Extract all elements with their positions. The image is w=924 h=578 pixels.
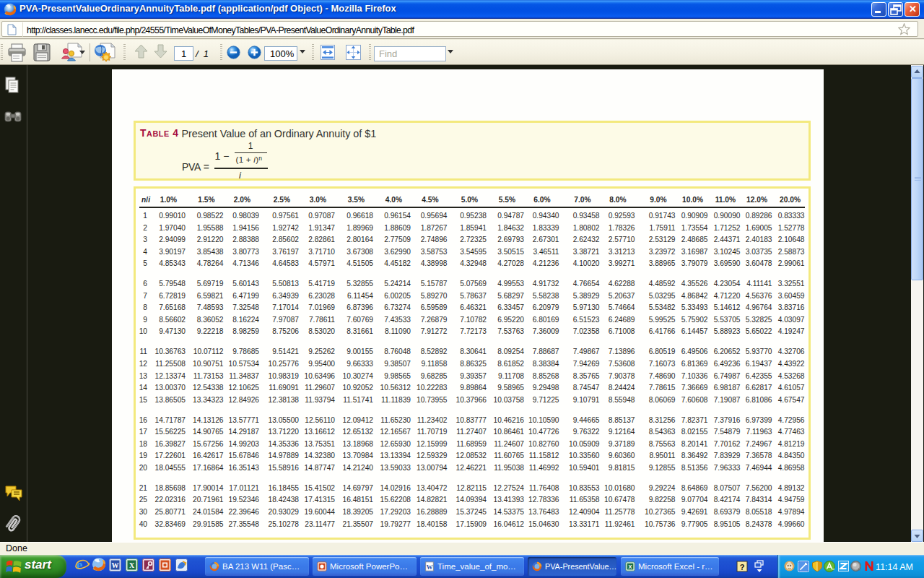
svg-text:W: W xyxy=(427,564,433,571)
svg-text:?: ? xyxy=(740,563,745,571)
svg-text:X: X xyxy=(629,564,632,570)
svg-text:W: W xyxy=(112,561,119,569)
svg-text:X: X xyxy=(129,561,135,569)
svg-text:e: e xyxy=(77,557,82,572)
